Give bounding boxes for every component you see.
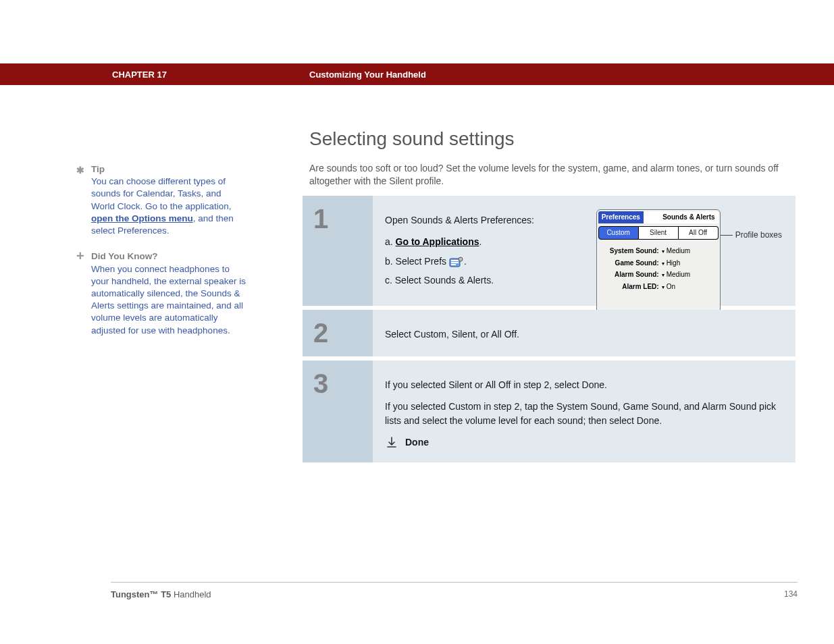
steps-table: 1 Open Sounds & Alerts Preferences: a. G…	[303, 196, 796, 466]
alarm-sound-value[interactable]: Medium	[662, 270, 691, 280]
prefs-category: Sounds & Alerts	[644, 211, 719, 223]
prefs-icon	[449, 257, 464, 267]
system-sound-label: System Sound:	[602, 246, 662, 257]
chapter-title: Customizing Your Handheld	[309, 70, 426, 80]
step-2-body: Select Custom, Silent, or All Off.	[373, 310, 796, 356]
step-2-text: Select Custom, Silent, or All Off.	[385, 329, 519, 340]
tip-icon	[76, 163, 84, 176]
svg-point-4	[459, 257, 463, 261]
page-number: 134	[784, 589, 798, 599]
game-sound-value[interactable]: High	[662, 259, 681, 269]
tip-block: Tip You can choose different types of so…	[91, 163, 246, 237]
chapter-header: CHAPTER 17 Customizing Your Handheld	[0, 63, 834, 85]
callout: Profile boxes	[718, 230, 782, 241]
done-arrow-icon	[385, 435, 398, 449]
svg-rect-3	[451, 264, 456, 265]
step-3: 3 If you selected Silent or All Off in s…	[303, 360, 796, 462]
system-sound-value[interactable]: Medium	[662, 246, 691, 257]
tab-custom[interactable]: Custom	[598, 226, 639, 240]
step-2: 2 Select Custom, Silent, or All Off.	[303, 310, 796, 356]
intro-text: Are sounds too soft or too loud? Set the…	[309, 162, 796, 188]
prefs-title: Preferences	[598, 211, 644, 223]
step-1a: a. Go to Applications.	[385, 235, 567, 248]
page-title: Selecting sound settings	[309, 128, 515, 150]
footer-product: Tungsten™ T5 Handheld	[111, 589, 211, 599]
dyk-text: When you connect headphones to your hand…	[91, 264, 246, 336]
chapter-label: CHAPTER 17	[112, 70, 167, 80]
tab-all-off[interactable]: All Off	[679, 226, 719, 240]
alarm-led-value[interactable]: On	[662, 282, 675, 292]
step-3-body: If you selected Silent or All Off in ste…	[373, 360, 796, 462]
step-3-number: 3	[303, 360, 373, 462]
go-to-applications-link[interactable]: Go to Applications	[396, 236, 479, 247]
step-1b: b. Select Prefs .	[385, 254, 567, 268]
step-1: 1 Open Sounds & Alerts Preferences: a. G…	[303, 196, 796, 306]
tip-text-before: You can choose different types of sounds…	[91, 176, 232, 211]
step-1c: c. Select Sounds & Alerts.	[385, 273, 567, 287]
dyk-icon	[76, 250, 84, 264]
profile-boxes: Custom Silent All Off	[598, 226, 719, 240]
alarm-sound-label: Alarm Sound:	[602, 270, 662, 280]
tip-label: Tip	[91, 164, 105, 174]
step-1-number: 1	[303, 196, 373, 306]
footer-product-rest: Handheld	[171, 589, 211, 599]
dyk-block: Did You Know? When you connect headphone…	[91, 250, 246, 337]
alarm-led-label: Alarm LED:	[602, 282, 662, 292]
game-sound-label: Game Sound:	[602, 259, 662, 269]
done-label: Done	[405, 435, 429, 449]
step-1-intro: Open Sounds & Alerts Preferences:	[385, 213, 567, 227]
tab-silent[interactable]: Silent	[639, 226, 679, 240]
step-3-p2: If you selected Custom in step 2, tap th…	[385, 400, 782, 427]
done-row: Done	[385, 435, 782, 449]
svg-rect-2	[451, 262, 459, 263]
svg-rect-1	[451, 260, 459, 261]
step-3-p1: If you selected Silent or All Off in ste…	[385, 378, 782, 392]
step-2-number: 2	[303, 310, 373, 356]
tip-link[interactable]: open the Options menu	[91, 213, 193, 223]
dyk-label: Did You Know?	[91, 251, 158, 261]
sidebar: Tip You can choose different types of so…	[91, 163, 246, 350]
footer-product-bold: Tungsten™ T5	[111, 589, 171, 599]
footer: Tungsten™ T5 Handheld 134	[111, 582, 798, 599]
callout-text: Profile boxes	[735, 230, 782, 241]
step-1-body: Open Sounds & Alerts Preferences: a. Go …	[373, 196, 796, 306]
